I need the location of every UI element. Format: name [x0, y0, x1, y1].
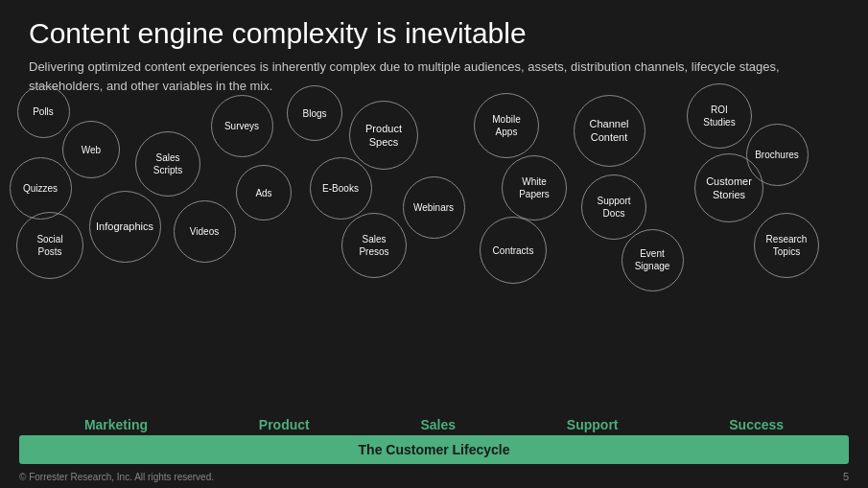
bubble-7: Surveys — [211, 95, 273, 157]
bubble-19: EventSignage — [622, 229, 684, 291]
bubble-16: Contracts — [480, 217, 547, 284]
bubble-0: Polls — [17, 85, 70, 138]
bubble-10: E-Books — [310, 157, 372, 220]
bubble-18: SupportDocs — [581, 174, 646, 240]
lifecycle-label: The Customer Lifecycle — [359, 442, 510, 457]
bubble-13: Webinars — [403, 176, 465, 239]
bubble-4: Infographics — [89, 191, 161, 263]
bubble-22: CustomerStories — [694, 153, 763, 222]
bubble-8: Ads — [236, 165, 292, 221]
bubble-20: ROIStudies — [687, 83, 752, 149]
category-label-marketing: Marketing — [84, 417, 148, 432]
page-number: 5 — [843, 471, 849, 482]
bubble-17: ChannelContent — [574, 95, 645, 167]
footer-categories: MarketingProductSalesSupportSuccess — [0, 417, 868, 432]
category-label-sales: Sales — [420, 417, 456, 432]
bubble-23: ResearchTopics — [754, 213, 819, 278]
bubble-5: SalesScripts — [135, 131, 200, 197]
category-label-success: Success — [729, 417, 784, 432]
bubble-11: ProductSpecs — [349, 101, 418, 170]
bubble-9: Blogs — [287, 85, 342, 141]
bubble-15: WhitePapers — [502, 155, 567, 221]
copyright: © Forrester Research, Inc. All rights re… — [19, 472, 214, 482]
bubbles-area: PollsWebQuizzesSocialPostsInfographicsSa… — [0, 106, 868, 346]
bubble-12: SalesPresos — [341, 213, 407, 278]
slide: Content engine complexity is inevitable … — [0, 0, 868, 488]
header: Content engine complexity is inevitable … — [0, 0, 868, 103]
bubble-6: Videos — [174, 200, 236, 263]
slide-title: Content engine complexity is inevitable — [29, 17, 839, 50]
category-label-product: Product — [259, 417, 310, 432]
bubble-14: MobileApps — [474, 93, 539, 158]
bubble-1: Web — [62, 121, 120, 178]
bubble-3: SocialPosts — [16, 212, 83, 279]
bubble-2: Quizzes — [10, 157, 72, 220]
lifecycle-bar: The Customer Lifecycle — [19, 435, 849, 464]
category-label-support: Support — [567, 417, 619, 432]
